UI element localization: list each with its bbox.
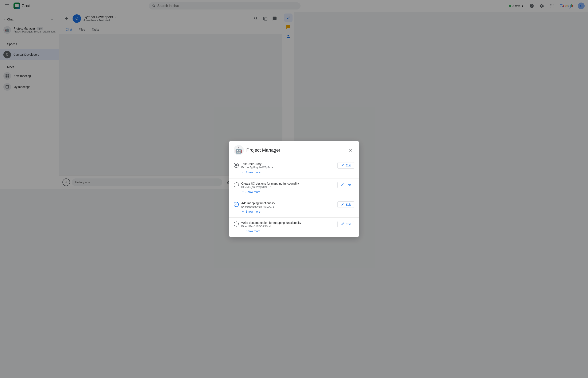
story-id-2: ID: J5TI7jsnF2rppw0hFB7S bbox=[241, 186, 294, 189]
chevron-down-icon-1 bbox=[241, 171, 245, 174]
story-row-2: Create UX designs for mapping functional… bbox=[234, 182, 294, 189]
story-icon-2 bbox=[234, 182, 239, 187]
modal-overlay[interactable]: 🤖 Project Manager Test U bbox=[0, 0, 294, 189]
modal-title: Project Manager bbox=[246, 148, 294, 153]
story-content-1: Test User Story ID: 1XcZgrPqqUjnlW6pBczX bbox=[241, 162, 294, 169]
story-content-2: Create UX designs for mapping functional… bbox=[241, 182, 294, 189]
story-row-1: Test User Story ID: 1XcZgrPqqUjnlW6pBczX… bbox=[234, 162, 294, 169]
story-id-1: ID: 1XcZgrPqqUjnlW6pBczX bbox=[241, 166, 294, 169]
project-manager-modal: 🤖 Project Manager Test U bbox=[229, 141, 294, 189]
story-title-1: Test User Story bbox=[241, 162, 294, 166]
play-circle-icon bbox=[235, 164, 238, 167]
show-more-row-2: Show more bbox=[234, 189, 294, 189]
story-title-2: Create UX designs for mapping functional… bbox=[241, 182, 294, 185]
story-item-2: Create UX designs for mapping functional… bbox=[229, 178, 294, 189]
modal-header: 🤖 Project Manager bbox=[229, 141, 294, 159]
show-more-row-1: Show more bbox=[234, 169, 294, 175]
show-more-button-1[interactable]: Show more bbox=[241, 171, 260, 174]
modal-body: Test User Story ID: 1XcZgrPqqUjnlW6pBczX… bbox=[229, 159, 294, 189]
modal-bot-avatar: 🤖 bbox=[234, 145, 244, 155]
story-icon-1 bbox=[234, 163, 239, 168]
story-item-1: Test User Story ID: 1XcZgrPqqUjnlW6pBczX… bbox=[229, 159, 294, 178]
